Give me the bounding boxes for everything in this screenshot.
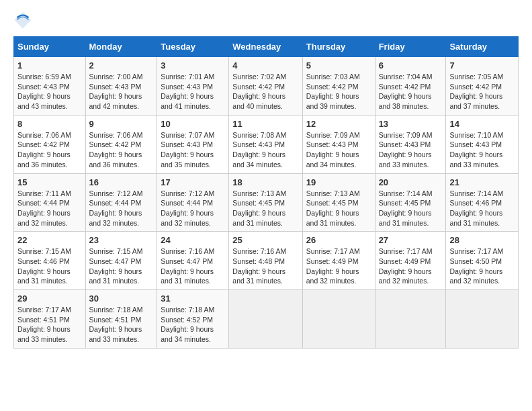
calendar-cell: 3 Sunrise: 7:01 AMSunset: 4:43 PMDayligh…: [157, 57, 229, 116]
calendar-cell: 30 Sunrise: 7:18 AMSunset: 4:51 PMDaylig…: [85, 290, 157, 349]
calendar-cell: 19 Sunrise: 7:13 AMSunset: 4:45 PMDaylig…: [302, 173, 375, 232]
day-info: Sunrise: 7:14 AMSunset: 4:46 PMDaylight:…: [449, 189, 503, 227]
day-number: 15: [17, 177, 82, 187]
calendar-cell: 21 Sunrise: 7:14 AMSunset: 4:46 PMDaylig…: [446, 173, 519, 232]
calendar-week-row: 8 Sunrise: 7:06 AMSunset: 4:42 PMDayligh…: [14, 115, 519, 173]
column-header-thursday: Thursday: [302, 37, 375, 57]
logo: [13, 11, 35, 30]
day-info: Sunrise: 7:16 AMSunset: 4:47 PMDaylight:…: [161, 247, 214, 285]
calendar-cell: 22 Sunrise: 7:15 AMSunset: 4:46 PMDaylig…: [14, 232, 86, 290]
calendar-cell: 23 Sunrise: 7:15 AMSunset: 4:47 PMDaylig…: [85, 232, 157, 290]
calendar-cell: 31 Sunrise: 7:18 AMSunset: 4:52 PMDaylig…: [157, 290, 229, 349]
day-number: 4: [232, 60, 298, 71]
day-number: 8: [17, 119, 82, 129]
calendar-cell: 1 Sunrise: 6:59 AMSunset: 4:43 PMDayligh…: [14, 57, 86, 116]
day-number: 16: [89, 177, 154, 187]
day-info: Sunrise: 7:05 AMSunset: 4:42 PMDaylight:…: [449, 73, 503, 110]
day-number: 1: [17, 60, 82, 71]
calendar-week-row: 29 Sunrise: 7:17 AMSunset: 4:51 PMDaylig…: [14, 290, 519, 349]
calendar-cell: 20 Sunrise: 7:14 AMSunset: 4:45 PMDaylig…: [375, 173, 446, 232]
calendar-week-row: 22 Sunrise: 7:15 AMSunset: 4:46 PMDaylig…: [14, 232, 519, 290]
calendar-week-row: 15 Sunrise: 7:11 AMSunset: 4:44 PMDaylig…: [14, 173, 519, 232]
day-number: 5: [306, 60, 371, 71]
day-number: 22: [17, 235, 82, 245]
day-number: 19: [306, 177, 371, 187]
calendar-cell: [229, 290, 302, 349]
day-info: Sunrise: 7:01 AMSunset: 4:43 PMDaylight:…: [161, 73, 214, 110]
day-info: Sunrise: 7:15 AMSunset: 4:46 PMDaylight:…: [17, 247, 71, 285]
day-info: Sunrise: 7:17 AMSunset: 4:49 PMDaylight:…: [306, 247, 360, 285]
calendar-cell: 24 Sunrise: 7:16 AMSunset: 4:47 PMDaylig…: [157, 232, 229, 290]
calendar-cell: 5 Sunrise: 7:03 AMSunset: 4:42 PMDayligh…: [302, 57, 375, 116]
calendar-cell: 13 Sunrise: 7:09 AMSunset: 4:43 PMDaylig…: [375, 115, 446, 173]
calendar-cell: 26 Sunrise: 7:17 AMSunset: 4:49 PMDaylig…: [302, 232, 375, 290]
calendar-cell: 14 Sunrise: 7:10 AMSunset: 4:43 PMDaylig…: [446, 115, 519, 173]
day-info: Sunrise: 7:06 AMSunset: 4:42 PMDaylight:…: [89, 131, 143, 169]
calendar-cell: 25 Sunrise: 7:16 AMSunset: 4:48 PMDaylig…: [229, 232, 302, 290]
day-number: 3: [161, 60, 225, 71]
day-info: Sunrise: 7:17 AMSunset: 4:49 PMDaylight:…: [379, 247, 433, 285]
calendar-cell: 11 Sunrise: 7:08 AMSunset: 4:43 PMDaylig…: [229, 115, 302, 173]
day-info: Sunrise: 7:09 AMSunset: 4:43 PMDaylight:…: [379, 131, 433, 169]
calendar-cell: 18 Sunrise: 7:13 AMSunset: 4:45 PMDaylig…: [229, 173, 302, 232]
day-number: 21: [449, 177, 515, 187]
day-number: 14: [449, 119, 515, 129]
day-info: Sunrise: 7:11 AMSunset: 4:44 PMDaylight:…: [17, 189, 71, 227]
calendar-cell: 12 Sunrise: 7:09 AMSunset: 4:43 PMDaylig…: [302, 115, 375, 173]
day-number: 11: [232, 119, 298, 129]
calendar-cell: 8 Sunrise: 7:06 AMSunset: 4:42 PMDayligh…: [14, 115, 86, 173]
day-info: Sunrise: 7:18 AMSunset: 4:52 PMDaylight:…: [161, 306, 214, 343]
day-info: Sunrise: 7:10 AMSunset: 4:43 PMDaylight:…: [449, 131, 503, 169]
day-number: 24: [161, 235, 225, 245]
calendar-cell: 29 Sunrise: 7:17 AMSunset: 4:51 PMDaylig…: [14, 290, 86, 349]
calendar-table: SundayMondayTuesdayWednesdayThursdayFrid…: [13, 36, 519, 349]
day-number: 29: [17, 293, 82, 304]
column-header-sunday: Sunday: [14, 37, 86, 57]
svg-marker-0: [15, 12, 32, 29]
day-number: 25: [232, 235, 298, 245]
day-info: Sunrise: 7:12 AMSunset: 4:44 PMDaylight:…: [89, 189, 143, 227]
column-header-tuesday: Tuesday: [157, 37, 229, 57]
calendar-cell: [375, 290, 446, 349]
day-info: Sunrise: 7:14 AMSunset: 4:45 PMDaylight:…: [379, 189, 433, 227]
day-info: Sunrise: 7:17 AMSunset: 4:51 PMDaylight:…: [17, 306, 71, 343]
column-header-saturday: Saturday: [446, 37, 519, 57]
column-header-friday: Friday: [375, 37, 446, 57]
day-info: Sunrise: 7:15 AMSunset: 4:47 PMDaylight:…: [89, 247, 143, 285]
column-header-wednesday: Wednesday: [229, 37, 302, 57]
calendar-cell: 4 Sunrise: 7:02 AMSunset: 4:42 PMDayligh…: [229, 57, 302, 116]
calendar-cell: 10 Sunrise: 7:07 AMSunset: 4:43 PMDaylig…: [157, 115, 229, 173]
calendar-cell: 28 Sunrise: 7:17 AMSunset: 4:50 PMDaylig…: [446, 232, 519, 290]
calendar-cell: 7 Sunrise: 7:05 AMSunset: 4:42 PMDayligh…: [446, 57, 519, 116]
calendar-cell: 6 Sunrise: 7:04 AMSunset: 4:42 PMDayligh…: [375, 57, 446, 116]
day-info: Sunrise: 7:18 AMSunset: 4:51 PMDaylight:…: [89, 306, 143, 343]
day-number: 6: [379, 60, 443, 71]
calendar-cell: [302, 290, 375, 349]
day-number: 9: [89, 119, 154, 129]
day-info: Sunrise: 7:13 AMSunset: 4:45 PMDaylight:…: [306, 189, 360, 227]
day-number: 7: [449, 60, 515, 71]
header: [13, 11, 519, 30]
day-info: Sunrise: 7:00 AMSunset: 4:43 PMDaylight:…: [89, 73, 143, 110]
day-number: 17: [161, 177, 225, 187]
day-info: Sunrise: 7:13 AMSunset: 4:45 PMDaylight:…: [232, 189, 286, 227]
day-number: 26: [306, 235, 371, 245]
day-number: 31: [161, 293, 225, 304]
day-number: 23: [89, 235, 154, 245]
day-info: Sunrise: 7:04 AMSunset: 4:42 PMDaylight:…: [379, 73, 433, 110]
calendar-cell: 9 Sunrise: 7:06 AMSunset: 4:42 PMDayligh…: [85, 115, 157, 173]
day-info: Sunrise: 7:07 AMSunset: 4:43 PMDaylight:…: [161, 131, 214, 169]
calendar-cell: 16 Sunrise: 7:12 AMSunset: 4:44 PMDaylig…: [85, 173, 157, 232]
calendar-week-row: 1 Sunrise: 6:59 AMSunset: 4:43 PMDayligh…: [14, 57, 519, 116]
calendar-cell: 17 Sunrise: 7:12 AMSunset: 4:44 PMDaylig…: [157, 173, 229, 232]
day-info: Sunrise: 7:17 AMSunset: 4:50 PMDaylight:…: [449, 247, 503, 285]
logo-icon: [13, 11, 32, 30]
day-number: 30: [89, 293, 154, 304]
calendar-header-row: SundayMondayTuesdayWednesdayThursdayFrid…: [14, 37, 519, 57]
calendar-cell: [446, 290, 519, 349]
calendar-cell: 27 Sunrise: 7:17 AMSunset: 4:49 PMDaylig…: [375, 232, 446, 290]
day-number: 20: [379, 177, 443, 187]
calendar-cell: 2 Sunrise: 7:00 AMSunset: 4:43 PMDayligh…: [85, 57, 157, 116]
day-number: 18: [232, 177, 298, 187]
day-number: 28: [449, 235, 515, 245]
